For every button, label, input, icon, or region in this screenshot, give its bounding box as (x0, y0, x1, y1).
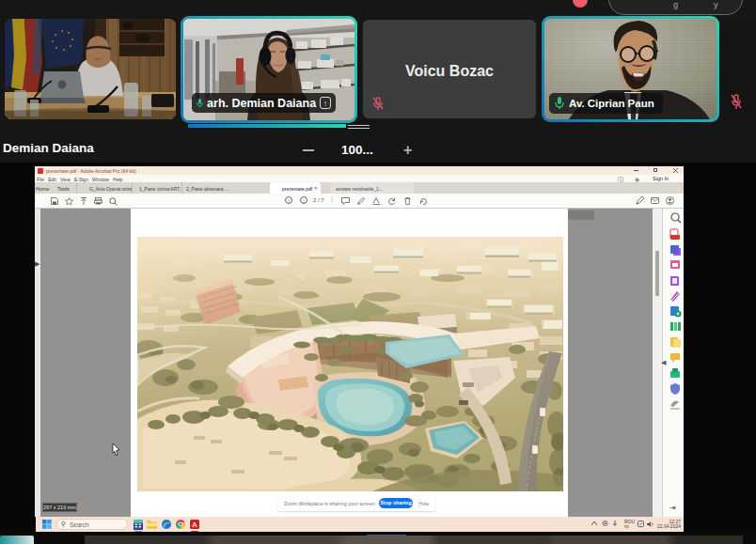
svg-text:A: A (192, 521, 197, 529)
